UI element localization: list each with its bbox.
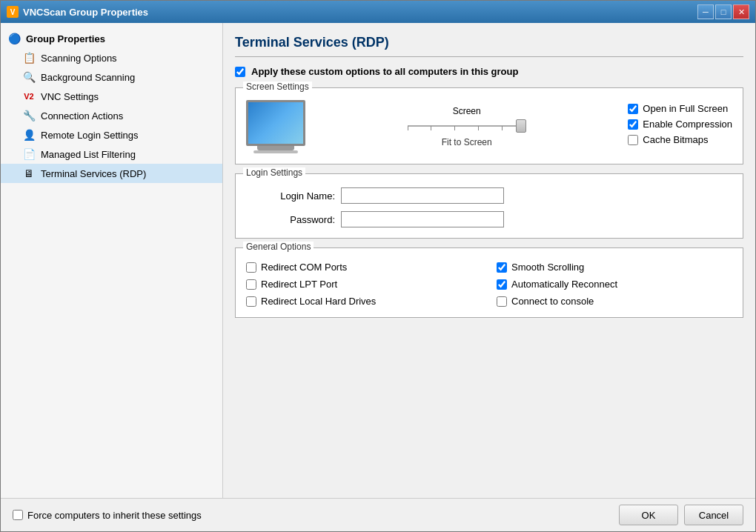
- page-title: Terminal Services (RDP): [235, 35, 743, 57]
- force-inherit-label: Force computers to inherit these setting…: [27, 510, 202, 521]
- open-full-screen-row: Open in Full Screen: [628, 103, 732, 114]
- tick-1: [408, 126, 408, 130]
- cancel-button[interactable]: Cancel: [684, 505, 743, 525]
- window-controls: ─ □ ✕: [697, 4, 749, 19]
- apply-checkbox[interactable]: [235, 67, 245, 77]
- general-options-label: General Options: [243, 242, 314, 252]
- enable-compression-label: Enable Compression: [643, 119, 732, 130]
- automatically-reconnect-checkbox[interactable]: [497, 279, 507, 290]
- smooth-scrolling-label: Smooth Scrolling: [511, 262, 584, 273]
- enable-compression-row: Enable Compression: [628, 119, 732, 130]
- managed-list-icon: 📄: [21, 147, 36, 161]
- sidebar-item-label: Remote Login Settings: [41, 130, 139, 141]
- monitor-screen: [246, 100, 305, 146]
- terminal-services-icon: 🖥: [21, 167, 36, 180]
- sidebar-item-group-properties[interactable]: 🔵 Group Properties: [1, 29, 222, 48]
- password-input[interactable]: [341, 211, 504, 227]
- apply-label: Apply these custom options to all comput…: [251, 66, 518, 77]
- password-label: Password:: [246, 214, 335, 225]
- force-inherit-row: Force computers to inherit these setting…: [13, 510, 619, 521]
- monitor-preview: [246, 100, 305, 153]
- restore-button[interactable]: □: [715, 4, 732, 19]
- open-full-screen-label: Open in Full Screen: [643, 103, 728, 114]
- general-options-grid: Redirect COM Ports Smooth Scrolling Redi…: [246, 257, 732, 307]
- sidebar-item-remote-login-settings[interactable]: 👤 Remote Login Settings: [1, 125, 222, 144]
- cache-bitmaps-row: Cache Bitmaps: [628, 134, 732, 145]
- vnc-settings-icon: V2: [21, 90, 36, 103]
- app-icon: V: [7, 6, 19, 18]
- close-button[interactable]: ✕: [733, 4, 749, 19]
- smooth-scrolling-checkbox[interactable]: [497, 262, 507, 273]
- login-settings-label: Login Settings: [243, 167, 305, 178]
- connect-to-console-label: Connect to console: [511, 296, 594, 307]
- redirect-com-ports-checkbox[interactable]: [246, 262, 256, 273]
- sidebar-item-label: Scanning Options: [41, 53, 117, 64]
- open-full-screen-checkbox[interactable]: [628, 104, 638, 114]
- scanning-options-icon: 📋: [21, 51, 36, 64]
- sidebar-item-label: Connection Actions: [41, 110, 123, 122]
- bottom-bar: Force computers to inherit these setting…: [1, 498, 755, 531]
- cache-bitmaps-label: Cache Bitmaps: [643, 134, 708, 145]
- login-name-input[interactable]: [341, 187, 504, 204]
- bottom-buttons: OK Cancel: [619, 505, 743, 525]
- sidebar-item-vnc-settings[interactable]: V2 VNC Settings: [1, 87, 222, 106]
- redirect-local-hard-drives-row: Redirect Local Hard Drives: [246, 296, 482, 307]
- tick-2: [431, 126, 431, 130]
- slider-ticks: [408, 122, 526, 130]
- redirect-lpt-port-row: Redirect LPT Port: [246, 279, 482, 290]
- remote-login-icon: 👤: [21, 128, 36, 142]
- main-content-area: Terminal Services (RDP) Apply these cust…: [223, 23, 755, 498]
- sidebar-item-background-scanning[interactable]: 🔍 Background Scanning: [1, 67, 222, 87]
- tick-5: [502, 126, 503, 130]
- redirect-com-ports-row: Redirect COM Ports: [246, 262, 482, 273]
- force-inherit-checkbox[interactable]: [13, 510, 23, 520]
- sidebar-item-label: Background Scanning: [41, 72, 135, 83]
- sidebar: 🔵 Group Properties 📋 Scanning Options 🔍 …: [1, 23, 223, 498]
- general-options-group: General Options Redirect COM Ports Smoot…: [235, 247, 743, 318]
- automatically-reconnect-label: Automatically Reconnect: [511, 279, 617, 290]
- login-name-label: Login Name:: [246, 190, 335, 202]
- login-grid: Login Name: Password:: [246, 183, 732, 227]
- connect-to-console-checkbox[interactable]: [497, 296, 507, 307]
- screen-slider[interactable]: [408, 119, 526, 133]
- redirect-lpt-port-label: Redirect LPT Port: [261, 279, 337, 290]
- fit-to-screen-label: Fit to Screen: [442, 137, 492, 147]
- group-properties-icon: 🔵: [7, 32, 21, 45]
- background-scanning-icon: 🔍: [21, 70, 36, 84]
- login-settings-group: Login Settings Login Name: Password:: [235, 173, 743, 239]
- redirect-local-hard-drives-checkbox[interactable]: [246, 296, 256, 307]
- sidebar-item-scanning-options[interactable]: 📋 Scanning Options: [1, 48, 222, 67]
- enable-compression-checkbox[interactable]: [628, 119, 638, 130]
- title-bar: V VNCScan Group Properties ─ □ ✕: [1, 1, 755, 23]
- screen-settings-label: Screen Settings: [243, 82, 312, 92]
- connection-actions-icon: 🔧: [21, 109, 36, 122]
- slider-label: Screen: [453, 106, 481, 116]
- sidebar-item-label: Terminal Services (RDP): [41, 168, 146, 179]
- slider-thumb[interactable]: [516, 119, 526, 133]
- screen-options: Open in Full Screen Enable Compression C…: [628, 100, 732, 145]
- cache-bitmaps-checkbox[interactable]: [628, 135, 638, 145]
- redirect-lpt-port-checkbox[interactable]: [246, 279, 256, 290]
- ok-button[interactable]: OK: [619, 505, 678, 525]
- connect-to-console-row: Connect to console: [497, 296, 732, 307]
- sidebar-item-label: VNC Settings: [41, 91, 99, 102]
- main-window: V VNCScan Group Properties ─ □ ✕ 🔵 Group…: [0, 0, 756, 532]
- monitor-foot: [253, 150, 298, 153]
- apply-row: Apply these custom options to all comput…: [235, 66, 743, 77]
- sidebar-item-label: Group Properties: [26, 33, 105, 44]
- sidebar-item-terminal-services[interactable]: 🖥 Terminal Services (RDP): [1, 164, 222, 183]
- sidebar-item-managed-list-filtering[interactable]: 📄 Managed List Filtering: [1, 144, 222, 164]
- screen-slider-section: Screen: [320, 100, 613, 147]
- sidebar-item-connection-actions[interactable]: 🔧 Connection Actions: [1, 106, 222, 125]
- tick-3: [454, 126, 455, 130]
- minimize-button[interactable]: ─: [697, 4, 714, 19]
- screen-settings-inner: Screen: [246, 97, 732, 153]
- automatically-reconnect-row: Automatically Reconnect: [497, 279, 732, 290]
- window-title: VNCScan Group Properties: [23, 7, 697, 18]
- smooth-scrolling-row: Smooth Scrolling: [497, 262, 732, 273]
- redirect-com-ports-label: Redirect COM Ports: [261, 262, 347, 273]
- window-body: 🔵 Group Properties 📋 Scanning Options 🔍 …: [1, 23, 755, 498]
- redirect-local-hard-drives-label: Redirect Local Hard Drives: [261, 296, 376, 307]
- screen-settings-group: Screen Settings Screen: [235, 87, 743, 164]
- tick-4: [478, 126, 479, 130]
